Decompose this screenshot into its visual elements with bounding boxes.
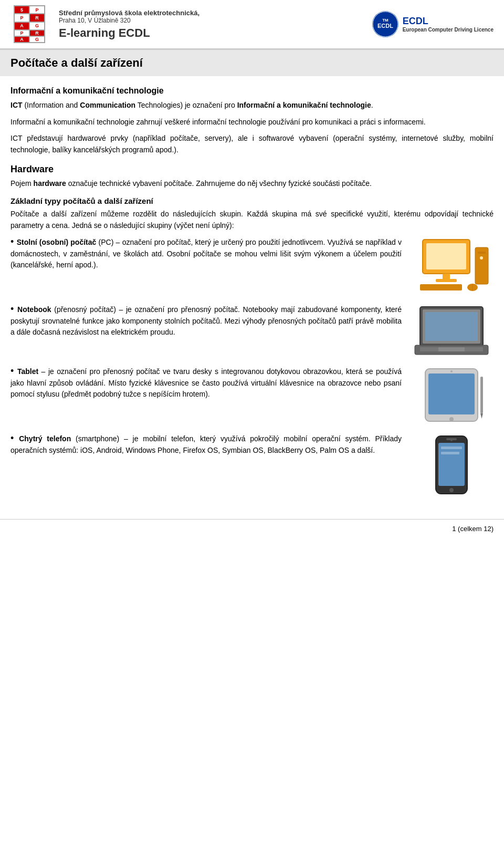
zakladni-section: Základní typy počítačů a další zařízení …	[10, 196, 494, 496]
device-item-desktop: Stolní (osobní) počítač (PC) – označení …	[10, 237, 494, 295]
svg-point-9	[480, 256, 483, 260]
elearning-title: E-learning ECDL	[59, 26, 362, 40]
ecdl-logo: TM ECDL ECDL European Computer Driving L…	[372, 11, 494, 37]
ict-para2: ICT představují hardwarové prvky (napřík…	[10, 133, 494, 155]
page-number: 1 (celkem 12)	[452, 525, 494, 533]
device-list: Stolní (osobní) počítač (PC) – označení …	[10, 237, 494, 496]
ecdl-circle-icon: TM ECDL	[372, 11, 398, 37]
page-footer: 1 (celkem 12)	[0, 519, 504, 538]
device-tablet-image	[410, 366, 494, 424]
ict-para1: Informační a komunikační technologie zah…	[10, 117, 494, 128]
device-notebook-text: Notebook (přenosný počítač) – je označen…	[10, 304, 410, 338]
svg-rect-30	[441, 447, 462, 449]
svg-rect-18	[425, 312, 478, 341]
device-item-phone: Chytrý telefon (smartphone) – je mobilní…	[10, 433, 494, 496]
svg-rect-4	[426, 243, 466, 269]
page-title: Počítače a další zařízení	[10, 56, 494, 70]
device-desktop-image	[410, 237, 494, 295]
zakladni-heading: Základní typy počítačů a další zařízení	[10, 196, 494, 205]
device-tablet-text: Tablet – je označení pro přenosný počíta…	[10, 366, 410, 400]
school-name: Střední průmyslová škola elektrotechnick…	[59, 9, 362, 17]
hardware-heading: Hardware	[10, 164, 494, 175]
main-content: Informační a komunikační technologie ICT…	[0, 76, 504, 514]
device-desktop-text: Stolní (osobní) počítač (PC) – označení …	[10, 237, 410, 271]
svg-rect-8	[478, 252, 486, 254]
svg-rect-20	[428, 373, 475, 414]
svg-point-22	[450, 370, 453, 372]
svg-rect-26	[438, 443, 465, 486]
page-title-banner: Počítače a další zařízení	[0, 49, 504, 76]
svg-point-29	[450, 439, 453, 441]
ict-section-heading: Informační a komunikační technologie	[10, 86, 494, 96]
device-notebook-image	[410, 304, 494, 357]
hardware-section: Hardware Pojem hardware označuje technic…	[10, 164, 494, 190]
svg-marker-24	[480, 413, 483, 419]
zakladni-intro: Počítače a další zařízení můžeme rozděli…	[10, 209, 494, 231]
svg-rect-31	[441, 452, 459, 454]
hardware-para1: Pojem hardware označuje technické vybave…	[10, 178, 494, 190]
svg-text:TM: TM	[382, 18, 388, 23]
sps-logo: 5 P P R A G P R A G	[10, 5, 48, 43]
device-phone-image	[410, 433, 494, 496]
page-header: 5 P P R A G P R A G Střední průmyslová š…	[0, 0, 504, 49]
device-item-notebook: Notebook (přenosný počítač) – je označen…	[10, 304, 494, 357]
svg-rect-23	[480, 377, 483, 413]
device-item-tablet: Tablet – je označení pro přenosný počíta…	[10, 366, 494, 424]
ict-intro-paragraph: ICT (Information and Communication Techn…	[10, 100, 494, 111]
svg-text:ECDL: ECDL	[377, 23, 393, 29]
device-phone-text: Chytrý telefon (smartphone) – je mobilní…	[10, 433, 410, 456]
svg-rect-6	[436, 279, 457, 282]
ecdl-text: ECDL European Computer Driving Licence	[403, 16, 494, 33]
school-address: Praha 10, V Úžlabině 320	[59, 17, 362, 24]
svg-point-21	[449, 417, 454, 421]
header-school-info: Střední průmyslová škola elektrotechnick…	[59, 9, 362, 40]
svg-point-28	[449, 488, 454, 492]
svg-rect-17	[438, 347, 465, 351]
svg-rect-10	[420, 284, 462, 290]
